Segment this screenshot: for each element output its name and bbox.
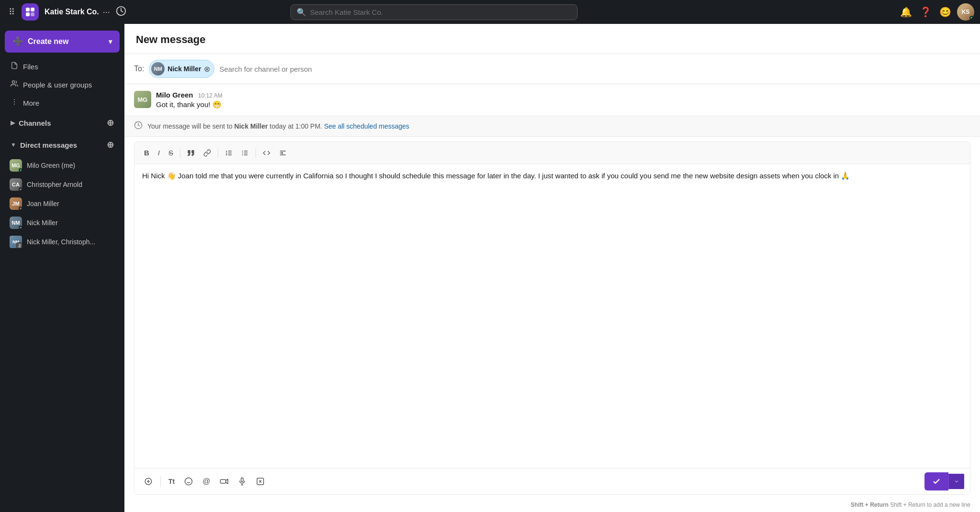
channels-section-header[interactable]: ▶ Channels ⊕ bbox=[3, 114, 122, 132]
recipient-search-input[interactable] bbox=[219, 65, 970, 73]
bullet-list-button[interactable] bbox=[237, 146, 253, 160]
recipient-avatar: NM bbox=[151, 62, 165, 76]
emoji-icon[interactable]: 😊 bbox=[937, 4, 953, 20]
help-icon[interactable]: ❓ bbox=[918, 4, 934, 20]
text-format-button[interactable]: Tt bbox=[165, 475, 178, 488]
online-dot-christopher bbox=[19, 187, 22, 191]
blockquote-button[interactable] bbox=[183, 146, 199, 160]
add-channel-icon[interactable]: ⊕ bbox=[107, 118, 114, 128]
plus-icon: ➕ bbox=[12, 36, 23, 47]
sidebar: ➕ Create new ▾ Files People & user group… bbox=[0, 24, 124, 512]
send-dropdown-button[interactable] bbox=[948, 474, 964, 489]
workspace-logo bbox=[22, 3, 39, 21]
emoji-button[interactable] bbox=[180, 474, 197, 489]
prev-message-text: Got it, thank you! 😁 bbox=[156, 100, 223, 109]
send-button-group bbox=[924, 472, 964, 490]
dm-item-joan[interactable]: JM Joan Miller bbox=[3, 195, 122, 213]
sidebar-item-label: More bbox=[23, 99, 39, 107]
send-button[interactable] bbox=[924, 472, 948, 490]
workspace-more-icon[interactable]: ··· bbox=[103, 7, 110, 17]
ordered-list-button[interactable] bbox=[221, 146, 236, 160]
indent-button[interactable] bbox=[275, 146, 290, 160]
strikethrough-button[interactable]: S bbox=[165, 146, 177, 160]
dm-item-nick[interactable]: NM Nick Miller bbox=[3, 214, 122, 232]
mic-button[interactable] bbox=[234, 474, 250, 489]
italic-button[interactable]: I bbox=[154, 146, 164, 160]
online-indicator bbox=[969, 16, 974, 20]
svg-point-8 bbox=[14, 104, 15, 105]
recipient-chip[interactable]: NM Nick Miller ⊗ bbox=[149, 60, 214, 78]
compose-bottom-bar: Tt @ bbox=[134, 468, 970, 494]
toolbar-divider-2 bbox=[218, 148, 218, 158]
svg-point-17 bbox=[242, 153, 243, 153]
online-dot-joan bbox=[19, 207, 22, 210]
dm-avatar-nick: NM bbox=[10, 217, 22, 229]
scheduled-text-1: Your message will be sent to bbox=[147, 122, 234, 130]
svg-rect-28 bbox=[221, 479, 226, 483]
attach-button[interactable] bbox=[140, 474, 156, 489]
sidebar-item-people[interactable]: People & user groups bbox=[3, 76, 122, 93]
recipient-name: Nick Miller bbox=[167, 65, 201, 73]
compose-text-area[interactable]: Hi Nick 👋 Joan told me that you were cur… bbox=[134, 164, 970, 468]
sidebar-item-files[interactable]: Files bbox=[3, 58, 122, 75]
svg-point-25 bbox=[185, 478, 192, 485]
svg-rect-2 bbox=[26, 12, 30, 16]
compose-toolbar: B I S bbox=[134, 142, 970, 164]
see-all-scheduled-link[interactable]: See all scheduled messages bbox=[324, 122, 409, 130]
dm-avatar-milo: MG bbox=[10, 159, 22, 172]
dm-label: Direct messages bbox=[20, 141, 77, 149]
hint-label: Shift + Return to add a new line bbox=[890, 501, 970, 508]
workspace-name[interactable]: Katie Stark Co. bbox=[45, 8, 99, 16]
prev-sender-name: Milo Green bbox=[156, 91, 193, 99]
toolbar-divider-1 bbox=[180, 148, 180, 158]
dm-item-milo[interactable]: MG Milo Green (me) bbox=[3, 156, 122, 174]
channels-label: Channels bbox=[19, 119, 51, 127]
message-header: New message bbox=[124, 24, 980, 54]
bottom-divider-1 bbox=[160, 476, 161, 487]
dm-arrow-icon: ▼ bbox=[11, 142, 16, 148]
user-avatar[interactable]: KS bbox=[957, 3, 974, 21]
add-dm-icon[interactable]: ⊕ bbox=[107, 140, 114, 150]
search-input[interactable] bbox=[310, 8, 571, 16]
remove-recipient-icon[interactable]: ⊗ bbox=[204, 65, 210, 74]
sidebar-item-label: Files bbox=[23, 63, 38, 71]
sidebar-item-more[interactable]: More bbox=[3, 94, 122, 111]
dm-name-nickg: Nick Miller, Christoph... bbox=[27, 238, 95, 246]
bold-button[interactable]: B bbox=[140, 146, 153, 160]
bell-icon[interactable]: 🔔 bbox=[898, 4, 914, 20]
people-icon bbox=[11, 80, 18, 89]
create-new-label: Create new bbox=[28, 37, 68, 46]
recipient-avatar-image: NM bbox=[151, 62, 165, 76]
online-dot-milo bbox=[19, 168, 22, 172]
top-nav: ⠿ Katie Stark Co. ··· 🔍 🔔 ❓ 😊 KS bbox=[0, 0, 980, 24]
channels-arrow-icon: ▶ bbox=[11, 120, 15, 126]
code-button[interactable] bbox=[259, 146, 274, 160]
mention-button[interactable]: @ bbox=[199, 474, 214, 489]
dm-avatar-joan: JM bbox=[10, 197, 22, 210]
link-button[interactable] bbox=[200, 146, 215, 160]
svg-point-6 bbox=[14, 99, 15, 100]
scheduled-recipient-name: Nick Miller bbox=[234, 122, 268, 130]
svg-point-16 bbox=[242, 151, 243, 152]
main-content: New message To: NM Nick Miller ⊗ MG Milo… bbox=[124, 24, 980, 512]
video-button[interactable] bbox=[216, 474, 232, 489]
previous-message: MG Milo Green 10:12 AM Got it, thank you… bbox=[124, 84, 980, 116]
dm-name-christopher: Christopher Arnold bbox=[27, 181, 82, 188]
page-title: New message bbox=[136, 33, 969, 46]
more-icon bbox=[11, 98, 18, 108]
grid-icon[interactable]: ⠿ bbox=[6, 4, 18, 20]
dm-name-joan: Joan Miller bbox=[27, 200, 59, 207]
dm-item-nickg[interactable]: 2 NM Nick Miller, Christoph... bbox=[3, 233, 122, 251]
hint-text: Shift + Return Shift + Return to add a n… bbox=[851, 501, 970, 508]
dm-section-header[interactable]: ▼ Direct messages ⊕ bbox=[3, 136, 122, 154]
scheduled-icon bbox=[134, 121, 143, 131]
shortcuts-button[interactable] bbox=[252, 474, 268, 489]
online-dot-nick bbox=[19, 226, 22, 229]
to-field: To: NM Nick Miller ⊗ bbox=[124, 54, 980, 84]
dm-item-christopher[interactable]: CA Christopher Arnold bbox=[3, 175, 122, 194]
history-icon[interactable] bbox=[114, 4, 128, 21]
svg-point-5 bbox=[12, 81, 14, 83]
search-bar[interactable]: 🔍 bbox=[290, 4, 578, 20]
dm-name-nick: Nick Miller bbox=[27, 219, 58, 227]
create-new-button[interactable]: ➕ Create new ▾ bbox=[5, 31, 120, 53]
